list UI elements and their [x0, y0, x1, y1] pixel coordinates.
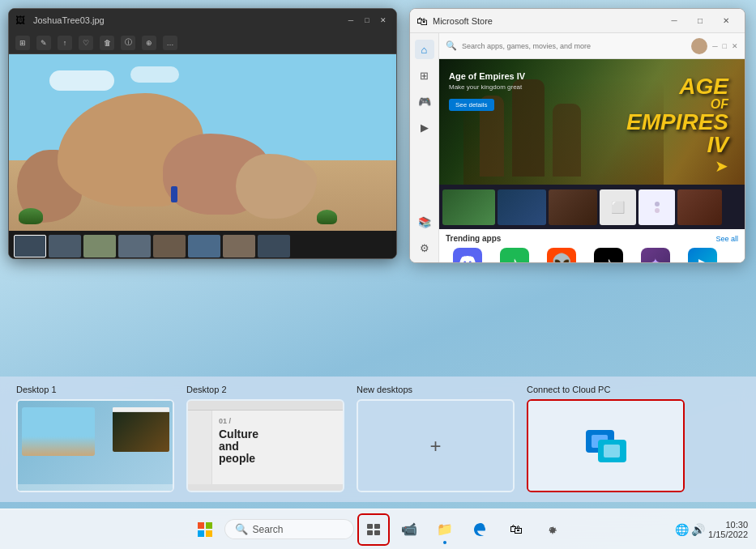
trending-apps-list: Discord Social ★★★★ ♪ Spotify Music Musi…: [446, 248, 738, 262]
filmstrip-thumbnail[interactable]: [258, 235, 290, 257]
taskbar-search-box[interactable]: 🔍 Search: [224, 519, 354, 539]
settings-button[interactable]: [536, 513, 568, 546]
store-nav-apps[interactable]: ⊞: [415, 66, 434, 85]
app-card-clipchamp[interactable]: ▶ Clipchamp Multimedia design ★★★★: [681, 248, 724, 262]
carousel-thumb-2[interactable]: [498, 189, 546, 225]
photos-window-title: JoshuaTree03.jpg: [33, 15, 338, 25]
file-explorer-button[interactable]: 📁: [429, 513, 461, 546]
taskview-icon: [367, 524, 380, 535]
hero-title-arrow: ➤: [626, 156, 728, 176]
desktop-card-cloud: Connect to Cloud PC: [527, 385, 685, 492]
photos-toolbar-zoom[interactable]: ⊕: [142, 36, 156, 50]
hero-text-area: Age of Empires IV Make your kingdom grea…: [449, 71, 525, 111]
d1-taskbar: [18, 484, 173, 491]
d2-sidebar: [188, 411, 212, 484]
carousel-thumb-5[interactable]: [639, 189, 675, 225]
window-photos: 🖼 JoshuaTree03.jpg ─ □ ✕ ⊞ ✎ ↑ ♡ 🗑 ⓘ ⊕ …: [8, 8, 397, 259]
store-search-input[interactable]: [462, 42, 686, 50]
d2-header-bar: [188, 401, 343, 411]
photos-toolbar-more[interactable]: …: [163, 36, 177, 50]
store-nav-library[interactable]: 📚: [415, 212, 434, 232]
app-card-spotify[interactable]: ♪ Spotify Music Music ★★★★: [493, 248, 536, 262]
vegetation: [19, 208, 43, 224]
windows-logo-icon: [198, 522, 212, 537]
edge-button[interactable]: [464, 513, 497, 546]
store-close-button[interactable]: ✕: [714, 13, 738, 29]
photos-toolbar-info[interactable]: ⓘ: [121, 36, 135, 50]
cloud-decoration-2: [130, 66, 179, 83]
store-window-controls[interactable]: ─ □ ✕: [662, 13, 738, 29]
svg-rect-4: [367, 524, 373, 529]
carousel-thumb-3[interactable]: [549, 189, 597, 225]
desktop-1-label: Desktop 1: [16, 385, 174, 394]
app-icon-discord: [453, 248, 482, 262]
photos-close-button[interactable]: ✕: [377, 15, 390, 26]
store-carousel[interactable]: ⬜: [439, 185, 745, 229]
desktop-2-preview[interactable]: 01 / Cultureandpeople: [186, 399, 344, 492]
volume-icon[interactable]: 🔊: [691, 523, 705, 536]
store-nav-games[interactable]: 🎮: [415, 92, 434, 111]
filmstrip-thumbnail[interactable]: [83, 235, 116, 257]
person-figure: [171, 186, 177, 202]
photos-maximize-button[interactable]: □: [361, 15, 374, 26]
store-searchbar[interactable]: 🔍 ─ □ ✕: [439, 33, 745, 59]
store-content-area: 🔍 ─ □ ✕ Age of Empires IV Make you: [439, 33, 745, 262]
cloud-pc-preview[interactable]: [527, 399, 685, 492]
app-card-discord[interactable]: Discord Social ★★★★: [446, 248, 489, 262]
store-user-avatar[interactable]: [691, 38, 707, 54]
trending-see-all-link[interactable]: See all: [715, 235, 738, 243]
app-card-tiktok[interactable]: ♪ TikTok Social ★★★: [587, 248, 630, 262]
photos-window-controls[interactable]: ─ □ ✕: [344, 15, 390, 26]
store-nav-movies[interactable]: ▶: [415, 117, 434, 137]
search-icon: 🔍: [446, 40, 457, 51]
filmstrip-thumbnail[interactable]: [223, 235, 255, 257]
filmstrip-thumbnail[interactable]: [118, 235, 151, 257]
store-nav-home[interactable]: ⌂: [415, 40, 434, 59]
desktop-2-label: Desktop 2: [186, 385, 344, 394]
photos-toolbar-heart[interactable]: ♡: [79, 36, 93, 50]
start-button[interactable]: [189, 513, 221, 546]
clock[interactable]: 10:30 1/15/2022: [708, 520, 748, 539]
new-desktop-plus[interactable]: +: [358, 401, 513, 491]
app-icon-luminar: ✦: [641, 248, 670, 262]
store-minimize-small: ─: [712, 42, 717, 50]
time: 10:30: [708, 520, 748, 530]
store-taskbar-button[interactable]: 🛍: [500, 513, 532, 546]
hero-big-title-text: AGE OF EMPIRES IV: [626, 75, 728, 156]
store-titlebar: 🛍 Microsoft Store ─ □ ✕: [410, 9, 745, 33]
new-desktop-preview[interactable]: +: [357, 399, 515, 492]
trending-apps-label: Trending apps: [446, 234, 501, 243]
desktop-card-new: New desktops +: [357, 385, 515, 492]
app-card-reddit[interactable]: 👽 Reddit Social ★★★★: [540, 248, 583, 262]
carousel-thumb-4[interactable]: ⬜: [600, 189, 636, 225]
photos-filmstrip[interactable]: [9, 231, 396, 259]
carousel-thumb-6[interactable]: [677, 189, 722, 225]
teams-button[interactable]: 📹: [393, 513, 425, 546]
taskview-button[interactable]: [357, 513, 390, 546]
store-app-icon: 🛍: [416, 15, 428, 28]
rock-formation-3: [236, 154, 317, 219]
photos-image-area: [9, 54, 396, 231]
hero-title-empires: EMPIRES: [626, 111, 728, 134]
store-minimize-button[interactable]: ─: [662, 13, 686, 29]
d2-article-title: Cultureandpeople: [219, 428, 336, 466]
photos-toolbar-edit[interactable]: ✎: [36, 36, 51, 50]
carousel-thumb-1[interactable]: [442, 189, 495, 225]
network-icon[interactable]: 🌐: [675, 523, 689, 536]
filmstrip-thumbnail[interactable]: [49, 235, 81, 257]
photos-minimize-button[interactable]: ─: [344, 15, 357, 26]
photos-toolbar-delete[interactable]: 🗑: [100, 36, 114, 50]
filmstrip-thumbnail[interactable]: [153, 235, 186, 257]
svg-rect-1: [206, 522, 212, 529]
photos-toolbar-share[interactable]: ↑: [58, 36, 72, 50]
photos-toolbar: ⊞ ✎ ↑ ♡ 🗑 ⓘ ⊕ …: [9, 32, 396, 54]
taskbar-search-label: Search: [253, 524, 284, 535]
photos-toolbar-crop[interactable]: ⊞: [15, 36, 30, 50]
store-maximize-button[interactable]: □: [688, 13, 712, 29]
filmstrip-thumbnail[interactable]: [14, 235, 46, 257]
store-nav-settings[interactable]: ⚙: [415, 238, 434, 257]
filmstrip-thumbnail[interactable]: [188, 235, 220, 257]
hero-see-details-button[interactable]: See details: [449, 99, 494, 111]
app-card-luminar[interactable]: ✦ Luminar AI Photo & Video ★★★★: [634, 248, 677, 262]
desktop-1-preview[interactable]: [16, 399, 174, 492]
